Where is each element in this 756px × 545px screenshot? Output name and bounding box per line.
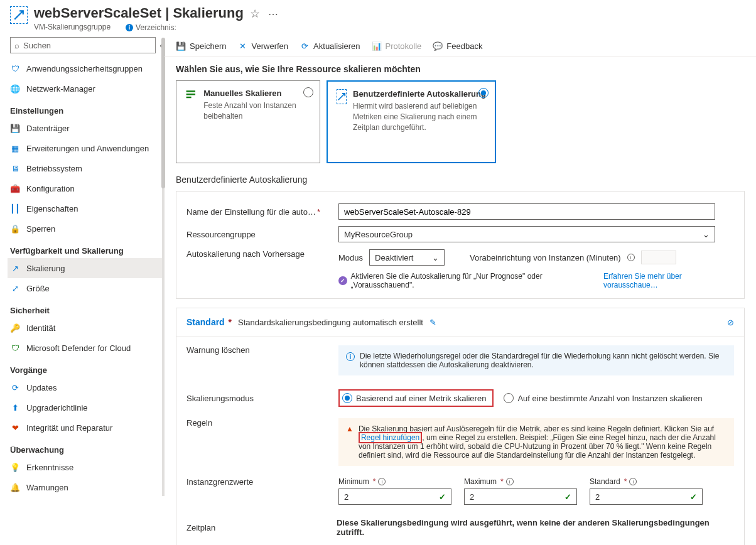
custom-icon <box>337 89 347 104</box>
nav-updates[interactable]: ⟳Updates <box>8 377 165 397</box>
custom-radio[interactable] <box>478 88 489 98</box>
preprov-label: Vorabeinrichtung von Instanzen (Minuten) <box>470 253 621 262</box>
manual-scale-card[interactable]: Manuelles Skalieren Feste Anzahl von Ins… <box>176 80 320 163</box>
manual-desc: Feste Anzahl von Instanzen beibehalten <box>203 100 311 122</box>
add-rule-link[interactable]: Regel hinzufügen <box>361 433 419 442</box>
predictive-badge-icon: ✓ <box>338 276 347 285</box>
info-icon[interactable]: i <box>627 254 635 261</box>
info-icon[interactable]: i <box>378 478 386 485</box>
warning-icon: ▲ <box>346 424 354 433</box>
feedback-icon: 💬 <box>433 41 443 51</box>
manual-radio[interactable] <box>303 87 313 97</box>
nav-insights[interactable]: 💡Erkenntnisse <box>8 457 165 477</box>
nav-app-security-groups[interactable]: 🛡Anwendungssicherheitsgruppen <box>8 58 165 78</box>
extension-icon: ▦ <box>10 143 20 153</box>
max-limit: Maximum*i 2✓ <box>464 477 577 505</box>
favorite-star-icon[interactable]: ☆ <box>250 8 260 20</box>
nav-group-availability: Verfügbarkeit und Skalierung <box>10 246 165 256</box>
resource-group-select[interactable]: MyResourceGroup⌄ <box>338 226 715 242</box>
schedule-label: Zeitplan <box>186 523 329 532</box>
monitor-icon: 🖥 <box>10 163 20 173</box>
highlighted-metric-option: Basierend auf einer Metrik skalieren <box>338 389 494 407</box>
nav-os[interactable]: 🖥Betriebssystem <box>8 158 165 178</box>
bell-icon: 🔔 <box>10 482 20 492</box>
svg-rect-1 <box>186 94 195 95</box>
preprov-input <box>641 251 676 264</box>
nav-identity[interactable]: 🔑Identität <box>8 318 165 338</box>
min-input[interactable]: 2✓ <box>338 488 451 505</box>
nav-disks[interactable]: 💾Datenträger <box>8 118 165 138</box>
delete-condition-icon[interactable]: ⊘ <box>727 318 734 327</box>
check-icon: ✓ <box>439 492 446 502</box>
custom-title: Benutzerdefinierte Autoskalierung <box>353 89 486 99</box>
nav-health[interactable]: ❤Integrität und Reparatur <box>8 418 165 438</box>
more-menu-icon[interactable]: ⋯ <box>268 9 278 19</box>
scale-choice-heading: Wählen Sie aus, wie Sie Ihre Ressource s… <box>165 57 756 80</box>
discard-button[interactable]: ✕Verwerfen <box>238 41 289 51</box>
custom-autoscale-title: Benutzerdefinierte Autoskalierung <box>165 163 756 191</box>
chevron-down-icon: ⌄ <box>432 253 439 262</box>
manual-icon <box>185 89 197 104</box>
nav-defender[interactable]: 🛡Microsoft Defender for Cloud <box>8 338 165 358</box>
refresh-button[interactable]: ⟳Aktualisieren <box>300 41 360 51</box>
nav-config[interactable]: 🧰Konfiguration <box>8 178 165 198</box>
refresh-icon: ⟳ <box>300 41 310 51</box>
autoscale-settings-block: Name der Einstellung für die auto…* Ress… <box>176 191 745 299</box>
search-icon: ⌕ <box>14 41 19 50</box>
toolbar: 💾Speichern ✕Verwerfen ⟳Aktualisieren 📊Pr… <box>165 35 756 56</box>
mode-label: Modus <box>338 253 363 262</box>
svg-rect-2 <box>186 97 192 98</box>
health-icon: ❤ <box>10 423 20 433</box>
defender-icon: 🛡 <box>10 343 20 353</box>
nav-upgrade-policy[interactable]: ⬆Upgraderichtlinie <box>8 397 165 418</box>
save-button[interactable]: 💾Speichern <box>176 41 227 51</box>
key-icon: 🔑 <box>10 323 20 333</box>
upgrade-icon: ⬆ <box>10 402 20 413</box>
toolbox-icon: 🧰 <box>10 183 20 193</box>
custom-desc: Hiermit wird basierend auf beliebigen Me… <box>353 101 486 132</box>
resource-icon <box>10 6 28 24</box>
info-icon[interactable]: i <box>629 478 637 485</box>
default-input[interactable]: 2✓ <box>590 488 703 505</box>
edit-icon[interactable]: ✎ <box>429 318 436 327</box>
nav-network-manager[interactable]: 🌐Netzwerk-Manager <box>8 78 165 99</box>
updates-icon: ⟳ <box>10 382 20 392</box>
scale-mode-count-radio[interactable]: Auf eine bestimmte Anzahl von Instanzen … <box>504 393 702 403</box>
save-icon: 💾 <box>176 41 186 51</box>
nav-properties[interactable]: ┃┃Eigenschaften <box>8 198 165 219</box>
standard-title: Standard * <box>186 317 232 327</box>
info-icon[interactable]: i <box>506 478 514 485</box>
scale-mode-metric-radio[interactable]: Basierend auf einer Metrik skalieren <box>342 393 486 403</box>
lock-icon: 🔒 <box>10 224 20 234</box>
chevron-down-icon: ⌄ <box>703 230 710 239</box>
nav-extensions[interactable]: ▦Erweiterungen und Anwendungen <box>8 138 165 158</box>
resource-type: VM-Skalierungsgruppe <box>34 23 111 31</box>
nav-locks[interactable]: 🔒Sperren <box>8 219 165 239</box>
nav-alerts[interactable]: 🔔Warnungen <box>8 477 165 497</box>
insights-icon: 💡 <box>10 462 20 472</box>
standard-condition-block: Standard * Standardskalierungsbedingung … <box>176 308 745 545</box>
radio-off-icon <box>504 393 514 403</box>
nav-size[interactable]: ⤢Größe <box>8 278 165 298</box>
info-icon: i <box>126 24 133 31</box>
delete-warning-label: Warnung löschen <box>186 345 331 355</box>
sidebar: ⌕ Suchen « 🛡Anwendungssicherheitsgruppen… <box>0 35 165 545</box>
predictive-label: Autoskalierung nach Vorhersage <box>186 249 331 259</box>
min-limit: Minimum*i 2✓ <box>338 477 451 505</box>
delete-warning-box: i Die letzte Wiederholungsregel oder die… <box>338 345 734 375</box>
predictive-learn-link[interactable]: Erfahren Sie mehr über vorausschaue… <box>603 272 734 289</box>
logs-button[interactable]: 📊Protokolle <box>372 41 422 51</box>
feedback-button[interactable]: 💬Feedback <box>433 41 482 51</box>
setting-name-label: Name der Einstellung für die auto…* <box>186 207 331 217</box>
custom-scale-card[interactable]: Benutzerdefinierte Autoskalierung Hiermi… <box>327 80 496 163</box>
schedule-note: Diese Skalierungsbedingung wird ausgefüh… <box>337 518 734 537</box>
manual-title: Manuelles Skalieren <box>203 89 311 98</box>
mode-select[interactable]: Deaktiviert⌄ <box>369 249 445 266</box>
shield-icon: 🛡 <box>10 63 20 73</box>
search-input[interactable]: ⌕ Suchen <box>10 37 156 53</box>
directory-info: i Verzeichnis: <box>126 23 176 32</box>
nav-scaling[interactable]: ↗Skalierung <box>8 258 165 278</box>
rules-label: Regeln <box>186 418 331 428</box>
max-input[interactable]: 2✓ <box>464 488 577 505</box>
setting-name-input[interactable] <box>338 203 715 220</box>
